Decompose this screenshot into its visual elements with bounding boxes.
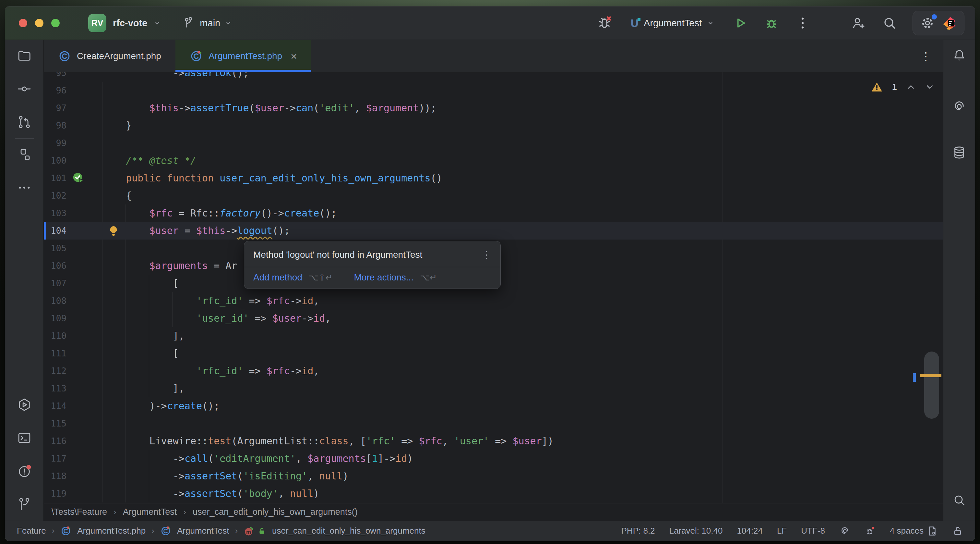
status-crumb-class[interactable]: ArgumentTest: [177, 526, 229, 536]
code-text[interactable]: /** @test */: [102, 152, 196, 169]
line-number[interactable]: 114: [44, 397, 67, 415]
code-line[interactable]: 113 ],: [44, 380, 943, 397]
code-text[interactable]: ],: [102, 380, 185, 397]
tab-argument-test[interactable]: ArgumentTest.php ×: [175, 40, 311, 72]
line-number[interactable]: 110: [44, 327, 67, 345]
code-line[interactable]: 108 'rfc_id' => $rfc->id,: [44, 292, 943, 309]
debug-button[interactable]: [764, 15, 780, 31]
gutter-run-icon[interactable]: [72, 172, 85, 185]
vcs-branch-widget[interactable]: main: [181, 16, 232, 30]
status-crumb-folder[interactable]: Feature: [17, 526, 46, 536]
debugger-muted-icon[interactable]: [865, 525, 876, 536]
database-tool-icon[interactable]: [952, 145, 967, 160]
popup-kebab-icon[interactable]: ⋮: [482, 249, 491, 260]
line-number[interactable]: 113: [44, 380, 67, 397]
code-line[interactable]: 114 )->create();: [44, 397, 943, 415]
code-line[interactable]: 104 $user = $this->logout();: [44, 222, 943, 239]
line-number[interactable]: 118: [44, 467, 67, 485]
test-passed-run-icon[interactable]: [72, 172, 85, 185]
problems-tool-icon[interactable]: [17, 464, 32, 479]
code-line[interactable]: 109 'user_id' => $user->id,: [44, 309, 943, 327]
php-version-widget[interactable]: PHP: 8.2: [621, 526, 655, 536]
search-everywhere-icon[interactable]: [881, 15, 897, 31]
phpstorm-logo[interactable]: [942, 15, 958, 31]
laravel-version-widget[interactable]: Laravel: 10.40: [669, 526, 723, 536]
code-text[interactable]: Livewire::test(ArgumentList::class, ['rf…: [102, 432, 554, 450]
line-number[interactable]: 98: [44, 117, 67, 134]
line-number[interactable]: 106: [44, 257, 67, 274]
more-actions-action[interactable]: More actions...: [354, 272, 414, 283]
status-crumb-method[interactable]: user_can_edit_only_his_own_arguments: [272, 526, 425, 536]
code-text[interactable]: $this->assertTrue($user->can('edit', $ar…: [102, 99, 436, 117]
line-number[interactable]: 117: [44, 450, 67, 467]
code-text[interactable]: 'rfc_id' => $rfc->id,: [102, 292, 319, 309]
line-number[interactable]: 96: [44, 82, 67, 99]
line-number[interactable]: 100: [44, 152, 67, 169]
code-line[interactable]: 116 Livewire::test(ArgumentList::class, …: [44, 432, 943, 450]
settings-button[interactable]: [920, 15, 935, 31]
code-line[interactable]: 100 /** @test */: [44, 152, 943, 169]
code-text[interactable]: $user = $this->logout();: [102, 222, 290, 239]
zoom-window-button[interactable]: [51, 19, 60, 27]
line-number[interactable]: 115: [44, 415, 67, 432]
project-tool-icon[interactable]: [17, 48, 32, 63]
laravel-pint-icon[interactable]: [839, 525, 850, 536]
indent-widget[interactable]: 4 spaces: [890, 526, 924, 536]
code-line[interactable]: 117 ->call('editArgument', $arguments[1]…: [44, 450, 943, 467]
add-method-action[interactable]: Add method: [253, 272, 302, 283]
line-number[interactable]: 102: [44, 187, 67, 204]
code-line[interactable]: 96: [44, 82, 943, 99]
code-line[interactable]: 102 {: [44, 187, 943, 204]
close-tab-icon[interactable]: ×: [291, 51, 297, 62]
tab-options-kebab-icon[interactable]: ⋮: [920, 49, 932, 63]
project-widget[interactable]: RV rfc-vote: [88, 14, 161, 32]
code-line[interactable]: 112 'rfc_id' => $rfc->id,: [44, 362, 943, 380]
line-number[interactable]: 119: [44, 485, 67, 503]
code-editor[interactable]: 95 ->assertOk();9697 $this->assertTrue($…: [44, 72, 943, 503]
code-line[interactable]: 115: [44, 415, 943, 432]
line-number[interactable]: 97: [44, 99, 67, 117]
code-text[interactable]: {: [102, 187, 132, 204]
notifications-bell-icon[interactable]: [952, 48, 967, 63]
mute-breakpoints-icon[interactable]: [597, 15, 612, 31]
scrollbar-warning-stripe[interactable]: [920, 374, 942, 377]
prev-problem-icon[interactable]: [906, 82, 916, 92]
ai-assistant-icon[interactable]: [952, 99, 967, 114]
breadcrumb-method[interactable]: user_can_edit_only_his_own_arguments(): [192, 507, 358, 517]
line-number[interactable]: 116: [44, 432, 67, 450]
code-line[interactable]: 99: [44, 134, 943, 152]
line-number[interactable]: 99: [44, 134, 67, 152]
commit-tool-icon[interactable]: [17, 81, 32, 96]
code-line[interactable]: 103 $rfc = Rfc::factory()->create();: [44, 204, 943, 222]
run-tool-icon[interactable]: [17, 397, 32, 412]
code-text[interactable]: 'rfc_id' => $rfc->id,: [102, 362, 319, 380]
code-text[interactable]: ->call('editArgument', $arguments[1]->id…: [102, 450, 413, 467]
breadcrumb-class[interactable]: ArgumentTest: [123, 507, 177, 517]
next-problem-icon[interactable]: [925, 82, 935, 92]
code-text[interactable]: 'user_id' => $user->id,: [102, 309, 331, 327]
line-number[interactable]: 104: [44, 222, 67, 239]
code-text[interactable]: $arguments = Ar: [102, 257, 237, 274]
line-number[interactable]: 108: [44, 292, 67, 309]
encoding-widget[interactable]: UTF-8: [801, 526, 825, 536]
code-text[interactable]: [: [102, 274, 179, 292]
tab-create-argument[interactable]: CreateArgument.php: [44, 40, 175, 72]
code-text[interactable]: )->create();: [102, 397, 220, 415]
code-line[interactable]: 119 ->assertSet('body', null): [44, 485, 943, 503]
line-number[interactable]: 112: [44, 362, 67, 380]
code-text[interactable]: ->assertSet('isEditing', null): [102, 467, 348, 485]
more-actions-kebab-icon[interactable]: [794, 15, 811, 31]
code-text[interactable]: $rfc = Rfc::factory()->create();: [102, 204, 337, 222]
terminal-tool-icon[interactable]: [17, 431, 32, 445]
git-tool-icon[interactable]: [17, 497, 32, 512]
pull-requests-tool-icon[interactable]: [17, 115, 32, 129]
code-line[interactable]: 118 ->assertSet('isEditing', null): [44, 467, 943, 485]
inspections-widget[interactable]: 1: [871, 81, 935, 93]
line-number[interactable]: 105: [44, 239, 67, 257]
code-line[interactable]: 101 public function user_can_edit_only_h…: [44, 169, 943, 187]
line-number[interactable]: 95: [44, 72, 67, 82]
code-text[interactable]: }: [102, 117, 132, 134]
code-text[interactable]: ->assertOk();: [102, 72, 249, 82]
code-text[interactable]: public function user_can_edit_only_his_o…: [102, 169, 442, 187]
line-number[interactable]: 107: [44, 274, 67, 292]
